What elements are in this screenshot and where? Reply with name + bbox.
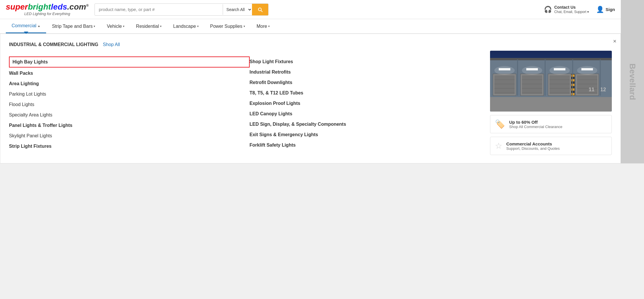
promo-card-2-title: Commercial Accounts (506, 141, 560, 146)
svg-point-32 (522, 66, 542, 75)
search-button[interactable] (252, 4, 268, 15)
headphone-icon: 🎧 (544, 6, 552, 13)
svg-rect-43 (490, 58, 612, 60)
commercial-dropdown: × INDUSTRIAL & COMMERCIAL LIGHTING Shop … (0, 34, 621, 163)
menu-item-parking-lot[interactable]: Parking Lot Lights (9, 89, 250, 99)
menu-item-skylight-panel[interactable]: Skylight Panel Lights (9, 131, 250, 141)
svg-text:12: 12 (600, 87, 606, 92)
menu-col-2: Shop Light Fixtures Industrial Retrofits… (250, 56, 490, 155)
right-edge-text-2: lard (628, 85, 637, 100)
contact-title: Contact Us (554, 5, 589, 10)
main-nav: Commercial ▲ Strip Tape and Bars ▾ Vehic… (0, 19, 621, 34)
dropdown-shop-all[interactable]: Shop All (103, 42, 120, 47)
warehouse-scene-svg: 11 12 (490, 51, 612, 112)
logo-super: super (6, 2, 28, 11)
search-input[interactable] (95, 4, 223, 15)
contact-text: Contact Us Chat, Email, Support ▾ (554, 5, 589, 14)
warehouse-promo-image[interactable]: 11 12 (490, 51, 612, 112)
logo-area: superbrightleds.com® LED Lighting for Ev… (6, 3, 89, 16)
nav-vehicle-label: Vehicle (107, 24, 122, 29)
nav-more-label: More (257, 24, 267, 29)
logo-bright: bright (28, 2, 51, 11)
search-icon (257, 7, 263, 12)
search-bar: Search All (95, 3, 269, 16)
menu-item-retrofit-downlights[interactable]: Retrofit Downlights (250, 77, 490, 88)
nav-item-landscape[interactable]: Landscape ▾ (167, 20, 204, 33)
nav-item-more[interactable]: More ▾ (251, 20, 275, 33)
svg-rect-10 (522, 75, 542, 94)
nav-item-strip-tape[interactable]: Strip Tape and Bars ▾ (46, 20, 101, 33)
menu-item-area-lighting[interactable]: Area Lighting (9, 79, 250, 89)
svg-rect-16 (549, 75, 570, 94)
promo-card-1-title: Up to 60% Off (509, 120, 563, 125)
menu-item-specialty-area[interactable]: Specialty Area Lights (9, 110, 250, 120)
more-chevron: ▾ (268, 25, 270, 28)
nav-item-vehicle[interactable]: Vehicle ▾ (101, 20, 130, 33)
close-button[interactable]: × (613, 38, 616, 45)
landscape-chevron: ▾ (197, 25, 199, 28)
logo-tagline: LED Lighting for Everything (24, 12, 70, 16)
dropdown-header: INDUSTRIAL & COMMERCIAL LIGHTING Shop Al… (9, 42, 120, 47)
contact-sub: Chat, Email, Support ▾ (554, 10, 589, 14)
svg-rect-1 (490, 96, 612, 112)
svg-text:11: 11 (589, 87, 594, 92)
menu-col-1: High Bay Lights Wall Packs Area Lighting… (9, 56, 250, 155)
logo-reg: ® (86, 3, 89, 8)
logo-com: .com (67, 2, 86, 11)
menu-item-canopy-lights[interactable]: LED Canopy Lights (250, 109, 490, 119)
promo-card-2-text: Commercial Accounts Support, Discounts, … (506, 141, 560, 151)
nav-item-residential[interactable]: Residential ▾ (130, 20, 167, 33)
vehicle-chevron: ▾ (123, 25, 124, 28)
right-edge-text-1: Bevel (628, 63, 637, 85)
sign-in[interactable]: 👤 Sign (596, 6, 615, 13)
menu-item-wall-packs[interactable]: Wall Packs (9, 68, 250, 79)
menu-item-t8-tubes[interactable]: T8, T5, & T12 LED Tubes (250, 88, 490, 98)
menu-item-industrial-retrofits[interactable]: Industrial Retrofits (250, 67, 490, 77)
dropdown-section-title: INDUSTRIAL & COMMERCIAL LIGHTING (9, 42, 98, 47)
promo-card-accounts[interactable]: ☆ Commercial Accounts Support, Discounts… (490, 137, 612, 155)
sign-label: Sign (606, 7, 615, 12)
menu-item-panel-lights[interactable]: Panel Lights & Troffer Lights (9, 120, 250, 131)
nav-item-commercial[interactable]: Commercial ▲ (6, 19, 46, 33)
star-icon: ☆ (495, 141, 502, 151)
promo-card-2-sub: Support, Discounts, and Quotes (506, 146, 560, 151)
residential-chevron: ▾ (160, 25, 162, 28)
nav-item-power-supplies[interactable]: Power Supplies ▾ (204, 20, 251, 33)
right-panel: 11 12 🏷️ (490, 51, 612, 155)
menu-item-strip-light-fixtures[interactable]: Strip Light Fixtures (9, 141, 250, 152)
nav-residential-label: Residential (136, 24, 159, 29)
svg-point-33 (549, 66, 570, 75)
nav-strip-tape-label: Strip Tape and Bars (52, 24, 92, 29)
menu-item-explosion-proof[interactable]: Explosion Proof Lights (250, 98, 490, 109)
site-header: superbrightleds.com® LED Lighting for Ev… (0, 0, 621, 19)
promo-card-1-text: Up to 60% Off Shop All Commercial Cleara… (509, 120, 563, 129)
menu-item-high-bay[interactable]: High Bay Lights (9, 56, 250, 68)
logo[interactable]: superbrightleds.com® (6, 3, 89, 11)
nav-commercial-label: Commercial (12, 23, 36, 28)
svg-point-34 (577, 66, 597, 75)
menu-item-flood-lights[interactable]: Flood Lights (9, 99, 250, 110)
nav-landscape-label: Landscape (173, 24, 196, 29)
person-icon: 👤 (596, 6, 604, 13)
right-edge-panel: Bevel lard (621, 0, 644, 163)
strip-tape-chevron: ▾ (94, 25, 95, 28)
svg-rect-4 (494, 75, 515, 94)
menu-item-shop-light[interactable]: Shop Light Fixtures (250, 56, 490, 67)
tag-icon: 🏷️ (495, 119, 505, 129)
promo-card-clearance[interactable]: 🏷️ Up to 60% Off Shop All Commercial Cle… (490, 115, 612, 133)
menu-content: High Bay Lights Wall Packs Area Lighting… (9, 56, 612, 155)
commercial-chevron: ▲ (37, 24, 40, 28)
search-category-dropdown[interactable]: Search All (223, 4, 252, 15)
menu-item-led-sign[interactable]: LED Sign, Display, & Specialty Component… (250, 119, 490, 130)
menu-item-forklift[interactable]: Forklift Safety Lights (250, 140, 490, 150)
svg-point-31 (494, 66, 515, 75)
power-supplies-chevron: ▾ (244, 25, 245, 28)
promo-card-1-sub: Shop All Commercial Clearance (509, 125, 563, 129)
contact-us[interactable]: 🎧 Contact Us Chat, Email, Support ▾ (544, 5, 589, 14)
nav-power-supplies-label: Power Supplies (210, 24, 242, 29)
logo-leds: leds (51, 2, 67, 11)
header-right: 🎧 Contact Us Chat, Email, Support ▾ 👤 Si… (544, 5, 615, 14)
menu-item-exit-signs[interactable]: Exit Signs & Emergency Lights (250, 130, 490, 140)
